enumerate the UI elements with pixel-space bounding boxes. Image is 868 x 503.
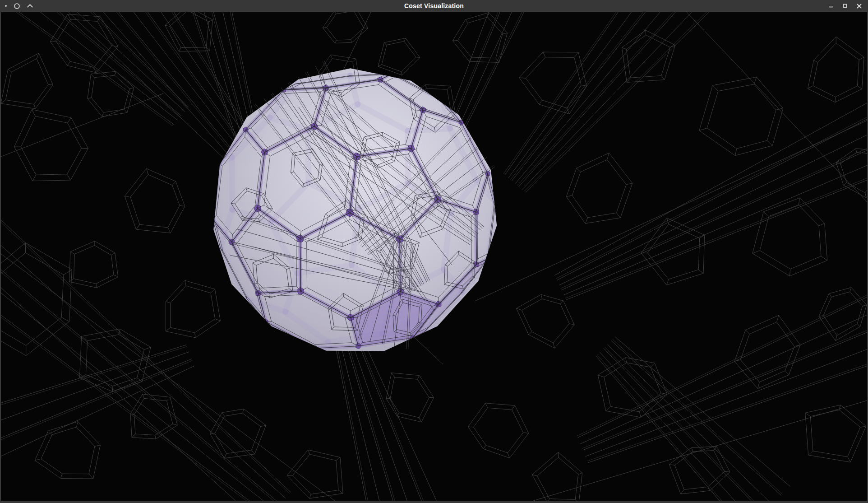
close-icon: [856, 3, 862, 9]
minimize-icon: [828, 3, 834, 9]
minimize-button[interactable]: [826, 2, 836, 9]
close-button[interactable]: [854, 2, 864, 10]
app-window: Coset Visualization: [0, 0, 868, 503]
scene-canvas: [1, 12, 867, 501]
window-controls: [826, 0, 864, 12]
maximize-icon: [842, 3, 848, 9]
titlebar: Coset Visualization: [0, 0, 868, 12]
window-title: Coset Visualization: [0, 0, 868, 12]
maximize-button[interactable]: [840, 2, 850, 9]
visualization-viewport[interactable]: [0, 12, 868, 503]
